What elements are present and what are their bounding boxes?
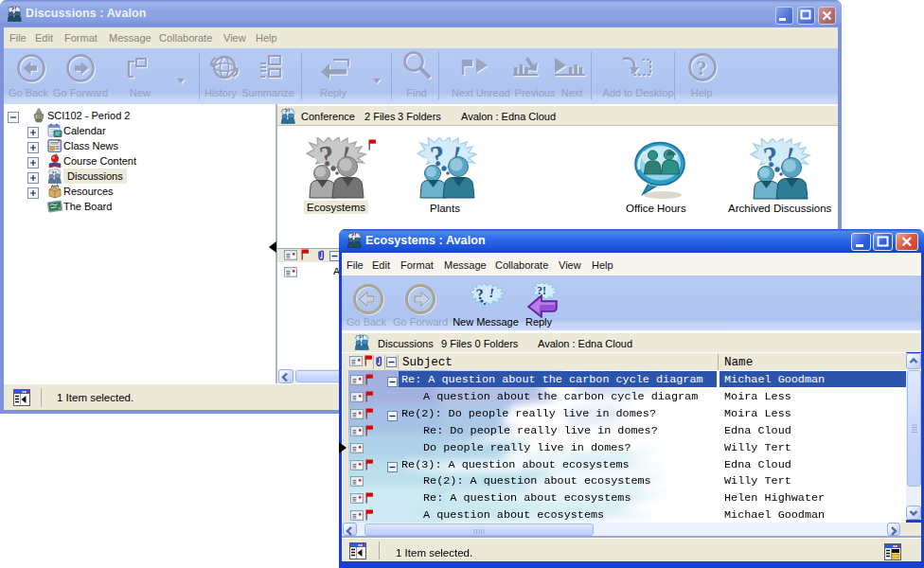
svg-text:?: ? [697,56,707,80]
